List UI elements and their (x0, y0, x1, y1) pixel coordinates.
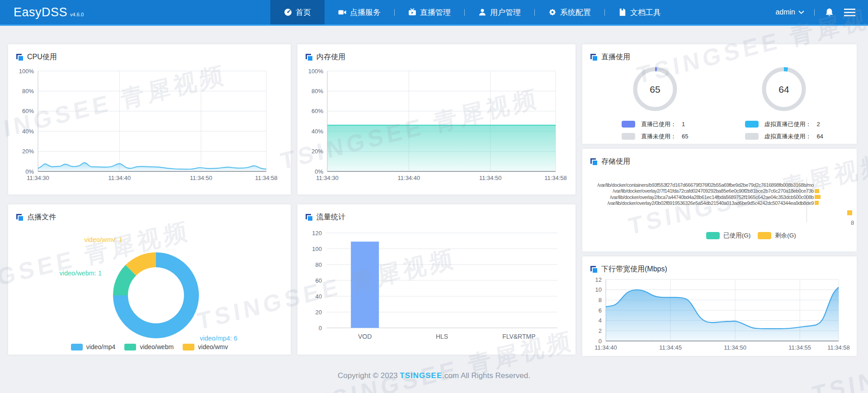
panel-chart-icon (16, 54, 23, 61)
nav-item-home[interactable]: 首页 (270, 0, 325, 24)
legend-swatch (71, 344, 83, 350)
legend-value: 65 (682, 133, 688, 140)
cpu-line-chart[interactable]: 0%20%40%60%80%100%11:34:3011:34:4011:34:… (16, 64, 281, 187)
nav-item-label: 直播管理 (420, 7, 451, 18)
panel-title: 流量统计 (316, 213, 345, 222)
username: admin (775, 8, 795, 16)
legend-item-mp4[interactable]: video/mp4 (71, 343, 116, 350)
gauges: 65 直播已使用： 1 直播未使用： 65 (590, 66, 849, 142)
svg-text:120: 120 (312, 230, 322, 237)
video-camera-icon (338, 8, 346, 16)
dashboard: CPU使用 0%20%40%60%80%100%11:34:3011:34:40… (0, 44, 868, 356)
svg-text:11:34:55: 11:34:55 (788, 344, 811, 351)
user-menu[interactable]: admin (775, 8, 804, 16)
main-menu: 首页 点播服务 直播管理 用户管理 系统配置 文档工具 (270, 0, 675, 24)
svg-text:11:34:40: 11:34:40 (398, 175, 420, 181)
svg-text:video/mp4: 6: video/mp4: 6 (200, 335, 237, 342)
nav-item-label: 首页 (296, 7, 311, 18)
storage-bar-fragment (815, 201, 819, 205)
panel-title: CPU使用 (27, 52, 57, 62)
brand-logo: TSINGSEE (400, 371, 442, 380)
panel-title: 存储使用 (601, 157, 630, 166)
panel-header: 点播文件 (16, 213, 283, 222)
legend-swatch (622, 121, 635, 128)
nav-item-live-management[interactable]: 直播管理 (395, 0, 464, 24)
legend-swatch (745, 121, 759, 128)
nav-item-label: 用户管理 (490, 7, 521, 18)
svg-text:60%: 60% (311, 108, 323, 114)
panel-header: 直播使用 (590, 52, 849, 62)
panel-chart-icon (590, 54, 597, 61)
svg-text:video/webm: 1: video/webm: 1 (60, 270, 102, 277)
storage-usage-panel: 存储使用 /var/lib/docker/containers/b93f553f… (582, 149, 857, 251)
storage-path: /var/lib/docker/overlay2/7f141fda72cafd0… (582, 188, 814, 194)
nav-item-label: 点播服务 (350, 7, 381, 18)
svg-text:11:34:45: 11:34:45 (659, 344, 682, 351)
svg-text:11:34:58: 11:34:58 (544, 175, 567, 181)
svg-text:60: 60 (316, 277, 322, 284)
svg-text:100%: 100% (19, 68, 34, 75)
legend-item-remaining[interactable]: 剩余(G) (758, 232, 796, 240)
live-tv-icon (408, 8, 416, 16)
panel-chart-icon (16, 214, 23, 221)
legend-swatch (124, 344, 136, 350)
memory-area-chart[interactable]: 0%20%40%60%80%100%11:34:3011:34:4011:34:… (306, 64, 570, 187)
user-icon (478, 8, 486, 16)
bandwidth-area-chart[interactable]: 02468101211:34:4011:34:4511:34:5011:34:5… (590, 276, 849, 355)
svg-text:40: 40 (316, 293, 322, 300)
storage-path-list: /var/lib/docker/containers/b93f553f27d16… (582, 182, 814, 207)
memory-usage-panel: 内存使用 0%20%40%60%80%100%11:34:3011:34:401… (297, 44, 576, 194)
legend-row: 直播未使用： 65 (622, 130, 688, 142)
legend-label: 已使用(G) (723, 232, 750, 240)
svg-text:HLS: HLS (436, 333, 448, 340)
legend-item-used[interactable]: 已使用(G) (706, 232, 750, 240)
svg-text:11:34:50: 11:34:50 (724, 344, 746, 351)
svg-text:4: 4 (599, 317, 602, 324)
navbar-right: admin (775, 0, 868, 24)
svg-text:11:34:40: 11:34:40 (108, 175, 131, 181)
chevron-down-icon (798, 10, 804, 14)
svg-text:6: 6 (599, 307, 602, 314)
legend-item-webm[interactable]: video/webm (124, 343, 174, 350)
copyright-text: .com All Rights Reserved. (442, 371, 530, 380)
legend-value: 64 (817, 133, 823, 140)
svg-text:11:34:40: 11:34:40 (594, 344, 617, 351)
panel-header: 下行带宽使用(Mbps) (590, 265, 849, 274)
live-usage-panel: 直播使用 65 直播已使用： 1 直播未使用： 65 (582, 44, 857, 144)
svg-text:8: 8 (599, 297, 602, 303)
nav-item-doc-tools[interactable]: 文档工具 (605, 0, 675, 24)
gauge-legend: 直播已使用： 1 直播未使用： 65 (622, 118, 688, 142)
app-logo[interactable]: EasyDSS v4.6.0 (14, 5, 84, 19)
bell-icon[interactable] (825, 8, 834, 17)
svg-text:11:34:58: 11:34:58 (255, 175, 278, 181)
legend-label: 剩余(G) (775, 232, 796, 240)
svg-text:40%: 40% (22, 128, 34, 135)
svg-text:60%: 60% (22, 108, 34, 114)
storage-path: /var/lib/docker/containers/b93f553f27d16… (582, 182, 814, 188)
legend-row: 直播已使用： 1 (622, 118, 688, 130)
svg-text:100%: 100% (308, 68, 324, 75)
nav-item-vod-service[interactable]: 点播服务 (325, 0, 394, 24)
legend-swatch (622, 133, 635, 140)
svg-text:80: 80 (316, 261, 322, 268)
vod-files-donut-chart[interactable]: video/mp4: 6video/webm: 1video/wmv: 1 (16, 224, 281, 342)
live-gauge-ring[interactable]: 65 (630, 66, 680, 113)
svg-text:0%: 0% (315, 168, 323, 175)
nav-item-user-management[interactable]: 用户管理 (465, 0, 534, 24)
panel-chart-icon (306, 214, 312, 221)
app-version: v4.6.0 (70, 12, 84, 17)
legend-swatch (745, 133, 759, 140)
storage-path: /var/lib/docker/overlay2/bca7a44740bd4a2… (582, 194, 814, 200)
virtual-live-gauge-ring[interactable]: 64 (759, 66, 809, 113)
svg-text:12: 12 (595, 276, 602, 283)
nav-item-system-config[interactable]: 系统配置 (535, 0, 604, 24)
hamburger-menu-icon[interactable] (844, 8, 855, 17)
legend-item-wmv[interactable]: video/wmv (183, 343, 228, 350)
legend-swatch (758, 232, 771, 239)
svg-text:20: 20 (316, 309, 322, 316)
vod-files-panel: 点播文件 video/mp4: 6video/webm: 1video/wmv:… (8, 204, 291, 355)
legend-value: 1 (682, 121, 685, 128)
svg-text:11:34:58: 11:34:58 (827, 344, 850, 351)
traffic-bar-chart[interactable]: 020406080100120VODHLSFLV&RTMP (306, 224, 570, 347)
panel-title: 内存使用 (316, 52, 345, 62)
